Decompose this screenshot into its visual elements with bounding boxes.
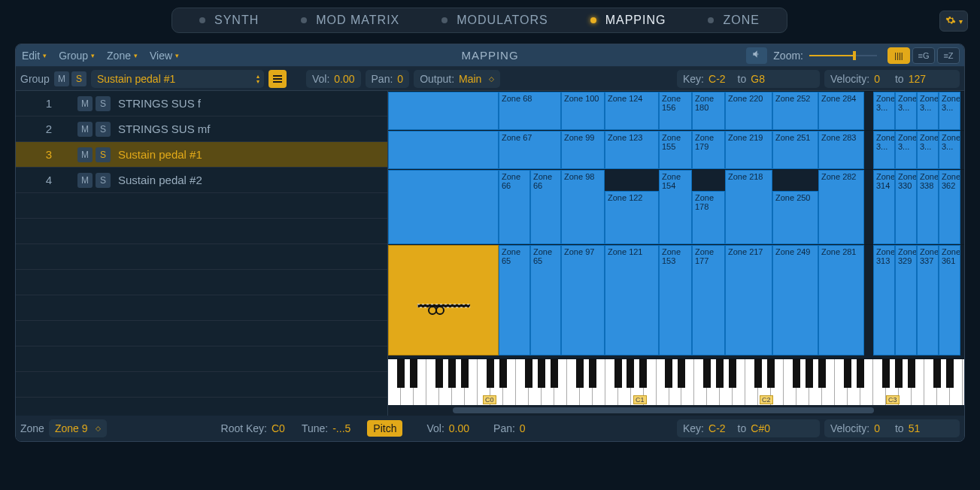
zone-cell[interactable]: Zone 251 (772, 131, 818, 169)
zone-cell[interactable]: Zone 362 (939, 170, 960, 244)
zone-cell[interactable] (388, 131, 499, 169)
solo-button[interactable]: S (96, 96, 111, 111)
tab-synth[interactable]: SYNTH (178, 8, 280, 32)
zone-grid[interactable]: Zone 68Zone 100Zone 124Zone 156Zone 180Z… (388, 91, 964, 358)
zone-cell[interactable]: Zone 177 (692, 245, 725, 355)
group-list-row[interactable]: 4MSSustain pedal #2 (16, 168, 387, 193)
zone-key-range-box[interactable]: Key: C-2 to C#0 (677, 419, 820, 437)
zone-cell[interactable]: Zone 98 (561, 170, 605, 244)
view-mode-group-button[interactable]: ≡G (912, 47, 935, 64)
view-mode-keys-button[interactable]: |||| (887, 47, 910, 64)
zone-cell[interactable]: Zone 3... (895, 92, 917, 130)
zone-cell[interactable]: Zone 281 (818, 245, 864, 355)
zone-cell[interactable]: Zone 66 (530, 170, 561, 244)
zone-cell[interactable]: Zone 3... (939, 92, 960, 130)
zoom-slider[interactable] (809, 48, 877, 63)
zone-cell[interactable]: Zone 67 (499, 131, 561, 169)
group-list-row[interactable]: 1MSSTRINGS SUS f (16, 91, 387, 116)
zone-cell[interactable]: Zone 156 (659, 92, 692, 130)
zone-cell[interactable]: Zone 123 (605, 131, 659, 169)
zone-cell[interactable] (388, 245, 499, 355)
zone-velocity-range-box[interactable]: Velocity: 0 to 51 (824, 419, 960, 437)
zone-cell[interactable]: Zone 179 (692, 131, 725, 169)
zone-cell[interactable]: Zone 180 (692, 92, 725, 130)
group-list-row[interactable]: 3MSSustain pedal #1 (16, 142, 387, 168)
key-range-box[interactable]: Key: C-2 to G8 (677, 70, 820, 88)
zone-cell[interactable]: Zone 3... (939, 131, 960, 169)
zone-cell[interactable] (388, 92, 499, 130)
zone-cell[interactable]: Zone 282 (818, 170, 864, 244)
group-solo-button[interactable]: S (71, 71, 86, 86)
zone-cell[interactable]: Zone 283 (818, 131, 864, 169)
zone-cell[interactable]: Zone 361 (939, 245, 960, 355)
group-name-selector[interactable]: Sustain pedal #1 ▴▾ (91, 70, 264, 88)
zone-cell[interactable]: Zone 337 (917, 245, 939, 355)
zone-cell[interactable]: Zone 3... (895, 131, 917, 169)
zone-cell[interactable] (388, 170, 499, 244)
zone-cell[interactable]: Zone 100 (561, 92, 605, 130)
tab-zone[interactable]: ZONE (687, 8, 780, 32)
pan-value[interactable]: 0 (520, 422, 526, 434)
pitch-toggle[interactable]: Pitch (367, 420, 402, 437)
zone-cell[interactable]: Zone 68 (499, 92, 561, 130)
tab-modulators[interactable]: MODULATORS (420, 8, 569, 32)
zone-cell[interactable]: Zone 313 (873, 245, 895, 355)
zone-cell[interactable]: Zone 97 (561, 245, 605, 355)
zone-cell[interactable]: Zone 284 (818, 92, 864, 130)
settings-button[interactable]: ▾ (939, 11, 968, 32)
solo-button[interactable]: S (96, 147, 111, 162)
vol-box[interactable]: Vol:0.00 (306, 70, 361, 88)
menu-zone[interactable]: Zone▾ (101, 50, 144, 62)
menu-view[interactable]: View▾ (144, 50, 185, 62)
zone-cell[interactable]: Zone 252 (772, 92, 818, 130)
zone-cell[interactable]: Zone 329 (895, 245, 917, 355)
zone-cell[interactable]: Zone 122 (605, 191, 659, 244)
zone-cell[interactable]: Zone 65 (530, 245, 561, 355)
view-mode-zone-button[interactable]: ≡Z (937, 47, 960, 64)
zone-cell[interactable]: Zone 153 (659, 245, 692, 355)
zone-cell[interactable]: Zone 124 (605, 92, 659, 130)
zone-cell[interactable]: Zone 3... (873, 131, 895, 169)
zone-cell[interactable]: Zone 121 (605, 245, 659, 355)
group-list-row[interactable]: 2MSSTRINGS SUS mf (16, 116, 387, 142)
tune-value[interactable]: -...5 (332, 422, 350, 434)
mute-button[interactable]: M (77, 173, 93, 188)
zone-cell[interactable]: Zone 3... (917, 92, 939, 130)
menu-group[interactable]: Group▾ (53, 50, 101, 62)
zone-cell[interactable]: Zone 330 (895, 170, 917, 244)
zone-cell[interactable]: Zone 249 (772, 245, 818, 355)
zone-cell[interactable]: Zone 217 (725, 245, 772, 355)
output-box[interactable]: Output:Main◇ (414, 70, 500, 88)
preview-audio-button[interactable] (746, 47, 767, 64)
zone-cell[interactable]: Zone 154 (659, 170, 692, 244)
mute-button[interactable]: M (77, 96, 93, 111)
zone-cell[interactable]: Zone 99 (561, 131, 605, 169)
mute-button[interactable]: M (77, 122, 93, 137)
pan-box[interactable]: Pan:0 (366, 70, 410, 88)
list-view-button[interactable] (269, 70, 287, 88)
vol-value[interactable]: 0.00 (449, 422, 469, 434)
group-mute-button[interactable]: M (54, 71, 69, 86)
zone-cell[interactable]: Zone 220 (725, 92, 772, 130)
keyboard-scrollbar[interactable] (388, 405, 964, 416)
keyboard[interactable]: C0C1C2C3 (388, 358, 964, 405)
menu-edit[interactable]: Edit▾ (16, 50, 53, 62)
zone-cell[interactable]: Zone 314 (873, 170, 895, 244)
zone-cell[interactable]: Zone 155 (659, 131, 692, 169)
zone-cell[interactable]: Zone 250 (772, 191, 818, 244)
solo-button[interactable]: S (96, 173, 111, 188)
rootkey-value[interactable]: C0 (272, 422, 285, 434)
tab-mapping[interactable]: MAPPING (569, 8, 687, 32)
zone-cell[interactable]: Zone 338 (917, 170, 939, 244)
zone-name-selector[interactable]: Zone 9 ◇ (49, 419, 107, 437)
mute-button[interactable]: M (77, 147, 93, 162)
solo-button[interactable]: S (96, 122, 111, 137)
tab-modmatrix[interactable]: MOD MATRIX (280, 8, 420, 32)
zone-cell[interactable]: Zone 3... (917, 131, 939, 169)
zone-cell[interactable]: Zone 65 (499, 245, 530, 355)
zone-cell[interactable]: Zone 66 (499, 170, 530, 244)
zone-cell[interactable]: Zone 218 (725, 170, 772, 244)
velocity-range-box[interactable]: Velocity: 0 to 127 (824, 70, 960, 88)
zone-cell[interactable]: Zone 219 (725, 131, 772, 169)
zone-cell[interactable]: Zone 178 (692, 191, 725, 244)
